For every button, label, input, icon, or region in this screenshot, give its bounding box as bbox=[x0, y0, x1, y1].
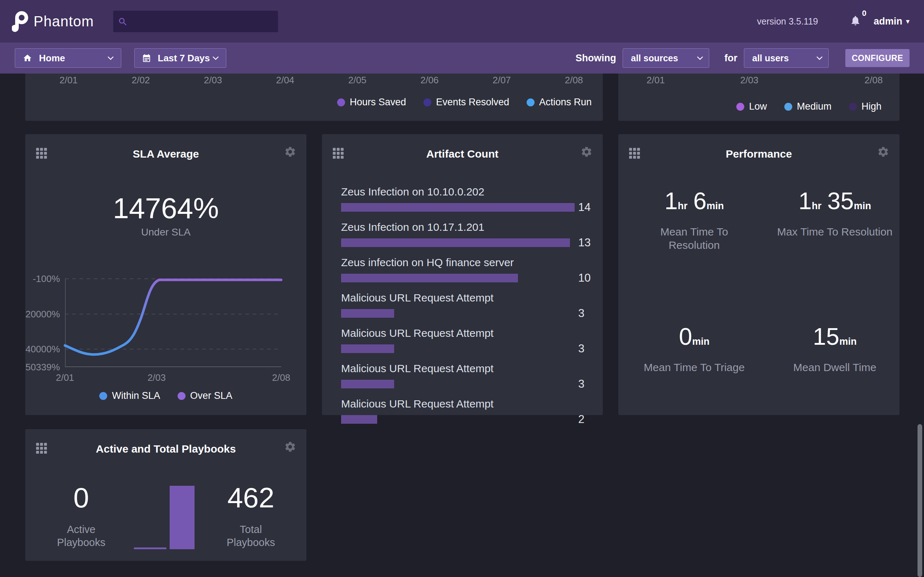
active-playbooks-stat: 0 Active Playbooks bbox=[40, 483, 123, 549]
y-tick: 50339% bbox=[26, 362, 60, 373]
metric-value: 1hr35min bbox=[798, 188, 871, 219]
x-tick: 2/08 bbox=[272, 372, 291, 384]
version-label: version 3.5.119 bbox=[757, 16, 818, 27]
x-tick: 2/01 bbox=[646, 75, 665, 86]
x-tick: 2/03 bbox=[148, 372, 166, 384]
metric-label: Mean Time To Triage bbox=[644, 361, 745, 374]
legend-dot bbox=[99, 392, 107, 400]
legend-dot bbox=[337, 98, 345, 106]
artifact-label: Malicious URL Request Attempt bbox=[341, 327, 592, 339]
chevron-down-icon bbox=[108, 56, 114, 60]
x-tick: 2/05 bbox=[348, 75, 367, 86]
legend-label: Hours Saved bbox=[350, 97, 406, 108]
x-tick: 2/07 bbox=[493, 75, 511, 86]
x-tick: 2/02 bbox=[132, 75, 150, 86]
artifact-bar bbox=[341, 344, 394, 353]
search-box[interactable] bbox=[113, 10, 278, 32]
users-value: all users bbox=[752, 53, 789, 63]
card-title: Artifact Count bbox=[322, 148, 603, 160]
artifact-count-card: Artifact Count Zeus Infection on 10.10.0… bbox=[322, 134, 603, 415]
metric-value: 1hr6min bbox=[664, 188, 724, 219]
metric-label: Mean Dwell Time bbox=[793, 361, 876, 374]
activity-legend: Hours Saved Events Resolved Actions Run bbox=[337, 97, 591, 108]
artifact-bar bbox=[341, 309, 394, 318]
sources-dropdown[interactable]: all sources bbox=[623, 48, 709, 68]
metric: 1hr35min Max Time To Resolution bbox=[770, 188, 900, 252]
x-tick: 2/08 bbox=[864, 75, 883, 86]
app-header: Phantom version 3.5.119 0 admin ▾ bbox=[0, 0, 924, 43]
legend-item: Hours Saved bbox=[337, 97, 406, 108]
playbooks-card: Active and Total Playbooks 0 Active Play… bbox=[25, 429, 307, 561]
home-icon bbox=[23, 53, 32, 63]
gear-icon[interactable] bbox=[580, 146, 593, 160]
phantom-logo-icon bbox=[12, 10, 29, 33]
artifact-value: 13 bbox=[578, 236, 591, 249]
notifications-button[interactable]: 0 bbox=[850, 15, 861, 28]
x-tick: 2/03 bbox=[204, 75, 222, 86]
artifact-bar-list: Zeus Infection on 10.10.0.202 14 Zeus In… bbox=[341, 186, 592, 433]
sla-subtitle: Under SLA bbox=[25, 226, 307, 238]
active-playbooks-bar bbox=[134, 548, 166, 549]
home-label: Home bbox=[39, 53, 65, 64]
sla-average-card: SLA Average 14764% Under SLA -100% 20000… bbox=[25, 134, 307, 415]
gear-icon[interactable] bbox=[877, 146, 889, 160]
search-input[interactable] bbox=[131, 16, 273, 27]
legend-label: Actions Run bbox=[539, 97, 592, 108]
total-playbooks-bar bbox=[170, 486, 195, 549]
configure-button[interactable]: CONFIGURE bbox=[845, 49, 909, 67]
artifact-value: 10 bbox=[578, 272, 591, 285]
sla-y-axis: -100% 20000% 40000% 50339% bbox=[25, 279, 60, 367]
artifact-bar bbox=[341, 274, 518, 282]
chevron-down-icon bbox=[213, 56, 219, 60]
time-range-dropdown[interactable]: Last 7 Days bbox=[134, 48, 226, 68]
y-tick: -100% bbox=[33, 273, 60, 285]
severity-legend: Low Medium High bbox=[736, 101, 881, 112]
legend-dot bbox=[736, 103, 744, 111]
artifact-label: Malicious URL Request Attempt bbox=[341, 363, 592, 375]
artifact-label: Malicious URL Request Attempt bbox=[341, 292, 592, 304]
artifact-bar bbox=[341, 380, 394, 388]
artifact-value: 3 bbox=[578, 307, 584, 320]
metric: 15min Mean Dwell Time bbox=[770, 324, 900, 374]
notification-count-badge: 0 bbox=[862, 9, 866, 18]
performance-metrics: 1hr6min Mean Time To Resolution 1hr35min… bbox=[618, 188, 900, 374]
artifact-label: Zeus Infection on 10.17.1.201 bbox=[341, 221, 592, 233]
users-dropdown[interactable]: all users bbox=[744, 48, 829, 68]
gear-icon[interactable] bbox=[284, 146, 296, 160]
y-tick: 20000% bbox=[26, 309, 60, 320]
legend-dot bbox=[784, 103, 792, 111]
artifact-value: 14 bbox=[578, 201, 591, 214]
artifact-row: Zeus Infection on 10.17.1.201 13 bbox=[341, 221, 592, 249]
search-icon bbox=[118, 17, 127, 26]
active-playbooks-label: Active Playbooks bbox=[50, 523, 113, 549]
vertical-scrollbar[interactable] bbox=[918, 424, 922, 577]
home-dropdown[interactable]: Home bbox=[15, 48, 121, 68]
legend-label: Events Resolved bbox=[436, 97, 509, 108]
gear-icon[interactable] bbox=[284, 441, 296, 455]
legend-label: High bbox=[861, 101, 882, 112]
legend-item: Medium bbox=[784, 101, 832, 112]
artifact-value: 3 bbox=[578, 342, 584, 355]
time-range-label: Last 7 Days bbox=[158, 53, 210, 64]
user-name: admin bbox=[874, 16, 902, 27]
legend-item: Events Resolved bbox=[423, 97, 509, 108]
user-menu[interactable]: admin ▾ bbox=[874, 16, 909, 27]
artifact-label: Zeus infection on HQ finance server bbox=[341, 256, 592, 269]
legend-item: Actions Run bbox=[527, 97, 592, 108]
metric-value: 0min bbox=[679, 324, 709, 354]
sla-value: 14764% bbox=[25, 192, 307, 225]
legend-item: High bbox=[849, 101, 882, 112]
artifact-bar bbox=[341, 415, 377, 424]
metric: 0min Mean Time To Triage bbox=[618, 324, 770, 374]
chevron-down-icon bbox=[816, 56, 822, 60]
legend-item: Low bbox=[736, 101, 767, 112]
artifact-label: Zeus Infection on 10.10.0.202 bbox=[341, 186, 592, 198]
x-tick: 2/01 bbox=[60, 75, 78, 86]
sla-x-axis: 2/01 2/03 2/08 bbox=[65, 372, 281, 383]
legend-dot bbox=[527, 98, 535, 106]
severity-chart-card-cropped: 2/01 2/03 2/08 Low Medium High bbox=[618, 74, 900, 121]
legend-label: Over SLA bbox=[190, 390, 233, 401]
legend-label: Low bbox=[749, 101, 767, 112]
artifact-label: Malicious URL Request Attempt bbox=[341, 398, 592, 410]
artifact-value: 2 bbox=[578, 413, 584, 426]
